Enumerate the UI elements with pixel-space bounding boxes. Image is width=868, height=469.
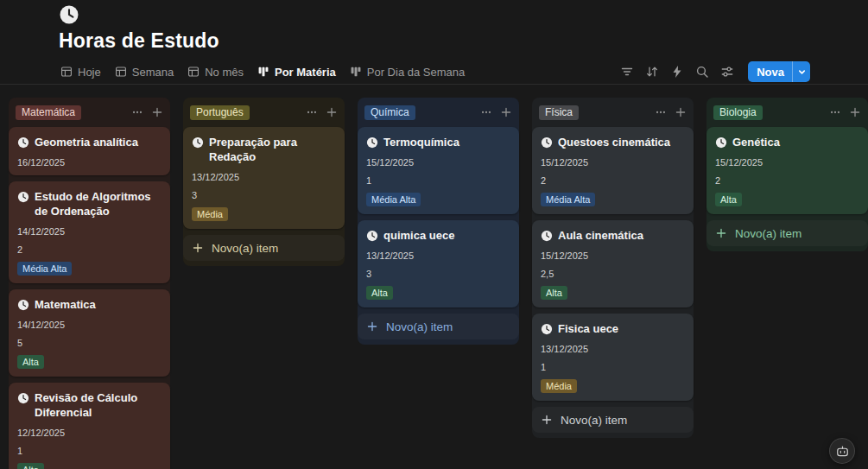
ai-face-icon <box>835 444 850 459</box>
card-title: quimica uece <box>383 228 454 243</box>
card-number: 3 <box>192 190 336 200</box>
table-view-icon <box>60 66 73 78</box>
column-header: Química <box>358 100 519 124</box>
column-add-icon[interactable] <box>500 106 512 118</box>
card-title: Genética <box>732 135 780 149</box>
new-item-button[interactable]: Novo(a) item <box>183 235 345 261</box>
card-priority-tag: Alta <box>366 286 393 300</box>
board-card[interactable]: Genética15/12/20252Alta <box>706 127 868 214</box>
card-title: Revisão de Cálculo Diferencial <box>35 390 162 420</box>
card-date: 14/12/2025 <box>17 226 162 237</box>
card-priority-tag: Média Alta <box>366 193 421 206</box>
clock-icon <box>17 191 29 203</box>
view-tab-label: Por Matéria <box>275 66 336 79</box>
card-number: 2 <box>17 244 162 255</box>
card-date: 12/12/2025 <box>17 428 162 438</box>
bolt-icon[interactable] <box>670 65 684 79</box>
board-column: FísicaQuestoes cinemática15/12/20252Médi… <box>532 98 694 438</box>
card-date: 15/12/2025 <box>541 157 685 168</box>
column-header: Biologia <box>706 100 868 124</box>
clock-icon <box>541 230 553 242</box>
sort-icon[interactable] <box>645 65 659 79</box>
view-tabbar: HojeSemanaNo mêsPor MatériaPor Dia da Se… <box>0 60 868 85</box>
tune-icon[interactable] <box>720 65 734 79</box>
clock-icon <box>366 230 378 242</box>
new-item-button[interactable]: Novo(a) item <box>532 407 694 433</box>
card-title: Aula cinemática <box>558 228 643 243</box>
view-tab[interactable]: No mês <box>187 66 244 79</box>
card-number: 1 <box>366 175 510 186</box>
card-title: Questoes cinemática <box>558 135 670 149</box>
view-tab[interactable]: Por Matéria <box>257 66 336 79</box>
column-add-icon[interactable] <box>849 106 861 118</box>
column-title-tag[interactable]: Português <box>190 105 250 120</box>
column-header: Física <box>532 100 694 124</box>
card-title: Geometria analítica <box>35 135 138 149</box>
clock-icon <box>366 136 378 149</box>
board-card[interactable]: quimica uece13/12/20253Alta <box>358 220 519 307</box>
notion-dark-page: { "page": { "title": "Horas de Estudo", … <box>0 0 868 469</box>
board-card[interactable]: Revisão de Cálculo Diferencial12/12/2025… <box>9 383 170 469</box>
clock-icon <box>17 299 29 311</box>
new-item-label: Novo(a) item <box>212 242 278 255</box>
card-priority-tag: Média <box>192 207 228 221</box>
column-header: Matemática <box>9 100 170 124</box>
column-title-tag[interactable]: Biologia <box>713 105 763 120</box>
card-number: 1 <box>17 446 162 456</box>
board-card[interactable]: Termoquímica15/12/20251Média Alta <box>358 127 519 214</box>
new-item-button[interactable]: Novo(a) item <box>358 314 519 339</box>
view-tab[interactable]: Semana <box>115 66 174 79</box>
card-title: Matematica <box>35 297 96 312</box>
view-tab[interactable]: Por Dia da Semana <box>350 66 465 79</box>
card-title: Preparação para Redação <box>209 135 336 164</box>
board-card[interactable]: Estudo de Algoritmos de Ordenação14/12/2… <box>9 181 170 283</box>
card-priority-tag: Alta <box>17 463 44 469</box>
view-tab-label: No mês <box>205 66 244 79</box>
column-more-icon[interactable] <box>655 106 667 118</box>
column-more-icon[interactable] <box>829 106 841 118</box>
board-card[interactable]: Aula cinemática15/12/20252,5Alta <box>532 220 694 307</box>
view-tab[interactable]: Hoje <box>60 66 101 79</box>
card-title: Estudo de Algoritmos de Ordenação <box>35 189 162 219</box>
column-title-tag[interactable]: Química <box>364 105 415 120</box>
card-date: 13/12/2025 <box>192 172 336 182</box>
card-priority-tag: Alta <box>541 286 567 300</box>
board-view-icon <box>350 66 362 78</box>
card-priority-tag: Média Alta <box>541 193 595 206</box>
column-add-icon[interactable] <box>151 106 163 118</box>
new-item-button[interactable]: Novo(a) item <box>706 220 868 246</box>
new-record-label: Nova <box>748 61 792 82</box>
card-number: 2 <box>541 175 685 186</box>
card-date: 15/12/2025 <box>541 250 685 261</box>
page-header: Horas de Estudo <box>0 0 868 52</box>
clock-icon[interactable] <box>59 4 79 25</box>
card-date: 13/12/2025 <box>366 250 510 261</box>
clock-icon <box>17 136 29 149</box>
board-card[interactable]: Matematica14/12/20255Alta <box>9 289 170 377</box>
new-record-button[interactable]: Nova <box>748 61 810 82</box>
card-title: Termoquímica <box>383 135 459 149</box>
card-date: 16/12/2025 <box>17 157 162 168</box>
card-title: Fisica uece <box>558 321 618 336</box>
card-date: 14/12/2025 <box>17 320 162 330</box>
filter-icon[interactable] <box>620 65 634 79</box>
board-card[interactable]: Preparação para Redação13/12/20253Média <box>183 127 345 229</box>
column-more-icon[interactable] <box>480 106 492 118</box>
ai-assistant-button[interactable] <box>829 438 855 464</box>
card-number: 5 <box>17 338 162 348</box>
board-card[interactable]: Fisica uece13/12/20251Média <box>532 314 694 401</box>
new-item-label: Novo(a) item <box>561 414 627 427</box>
board-card[interactable]: Geometria analítica16/12/2025 <box>9 127 170 175</box>
column-title-tag[interactable]: Física <box>539 105 579 120</box>
column-title-tag[interactable]: Matemática <box>16 105 81 120</box>
column-more-icon[interactable] <box>131 106 143 118</box>
board-card[interactable]: Questoes cinemática15/12/20252Média Alta <box>532 127 694 214</box>
chevron-down-icon[interactable] <box>792 61 810 82</box>
column-add-icon[interactable] <box>326 106 338 118</box>
column-more-icon[interactable] <box>306 106 318 118</box>
new-item-label: Novo(a) item <box>386 320 453 333</box>
view-tab-label: Por Dia da Semana <box>367 66 465 79</box>
search-icon[interactable] <box>695 65 709 79</box>
toolbar: Nova <box>620 61 810 82</box>
column-add-icon[interactable] <box>675 106 687 118</box>
